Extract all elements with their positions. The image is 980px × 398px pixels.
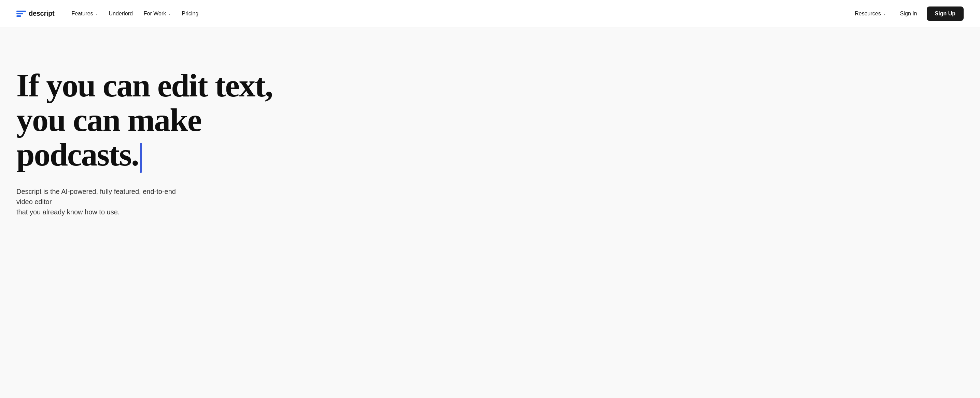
main-nav: descript Features ⌄ Underlord For Work ⌄… [0, 0, 980, 27]
nav-for-work[interactable]: For Work ⌄ [139, 8, 175, 19]
nav-right: Resources ⌄ Sign In Sign Up [850, 6, 964, 21]
hero-subtitle: Descript is the AI-powered, fully featur… [16, 186, 194, 217]
hero-headline-line2: you can make podcasts. [16, 102, 201, 173]
logo-bar-3 [16, 15, 21, 17]
logo-link[interactable]: descript [16, 10, 54, 18]
nav-underlord[interactable]: Underlord [104, 8, 138, 19]
nav-features[interactable]: Features ⌄ [67, 8, 102, 19]
cursor-icon [140, 143, 142, 172]
hero-headline-line1: If you can edit text, [16, 67, 272, 104]
nav-resources[interactable]: Resources ⌄ [850, 8, 890, 19]
sign-up-button[interactable]: Sign Up [927, 6, 964, 21]
logo-bar-2 [16, 13, 23, 14]
features-chevron-icon: ⌄ [95, 12, 98, 15]
nav-left: descript Features ⌄ Underlord For Work ⌄… [16, 8, 203, 19]
nav-pricing[interactable]: Pricing [177, 8, 203, 19]
logo-text: descript [29, 10, 54, 18]
logo-icon [16, 11, 26, 17]
nav-links: Features ⌄ Underlord For Work ⌄ Pricing [67, 8, 203, 19]
hero-section: If you can edit text, you can make podca… [0, 27, 478, 245]
resources-chevron-icon: ⌄ [883, 12, 886, 15]
for-work-chevron-icon: ⌄ [168, 12, 171, 15]
logo-bar-1 [16, 11, 26, 12]
sign-in-button[interactable]: Sign In [893, 7, 924, 20]
hero-headline: If you can edit text, you can make podca… [16, 69, 324, 173]
